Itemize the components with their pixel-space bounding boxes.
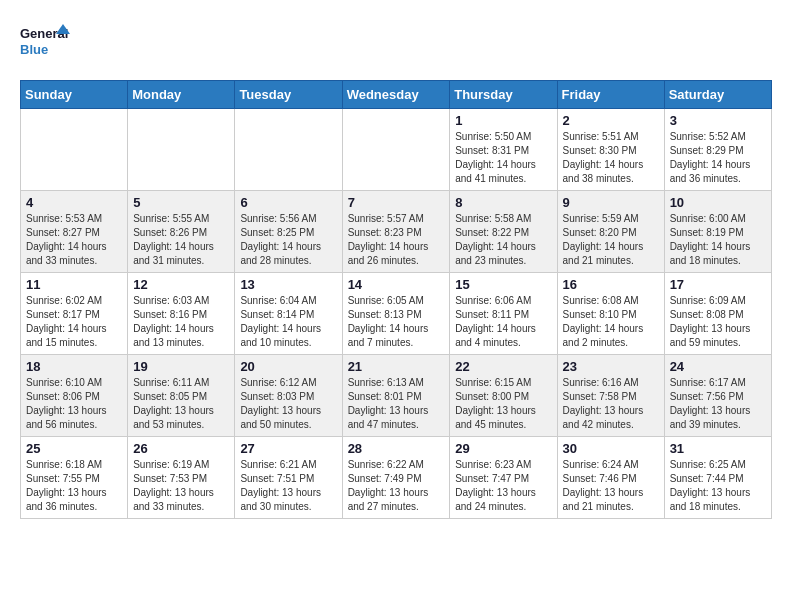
calendar-cell: 18Sunrise: 6:10 AM Sunset: 8:06 PM Dayli… [21, 355, 128, 437]
calendar-cell: 28Sunrise: 6:22 AM Sunset: 7:49 PM Dayli… [342, 437, 450, 519]
day-number: 12 [133, 277, 229, 292]
calendar-cell [21, 109, 128, 191]
day-number: 6 [240, 195, 336, 210]
calendar-cell: 4Sunrise: 5:53 AM Sunset: 8:27 PM Daylig… [21, 191, 128, 273]
day-number: 3 [670, 113, 766, 128]
calendar-cell: 24Sunrise: 6:17 AM Sunset: 7:56 PM Dayli… [664, 355, 771, 437]
day-info: Sunrise: 5:53 AM Sunset: 8:27 PM Dayligh… [26, 212, 122, 268]
calendar-cell: 29Sunrise: 6:23 AM Sunset: 7:47 PM Dayli… [450, 437, 557, 519]
weekday-header-thursday: Thursday [450, 81, 557, 109]
calendar-cell: 13Sunrise: 6:04 AM Sunset: 8:14 PM Dayli… [235, 273, 342, 355]
day-number: 19 [133, 359, 229, 374]
calendar-week-5: 25Sunrise: 6:18 AM Sunset: 7:55 PM Dayli… [21, 437, 772, 519]
calendar-cell: 30Sunrise: 6:24 AM Sunset: 7:46 PM Dayli… [557, 437, 664, 519]
day-info: Sunrise: 6:22 AM Sunset: 7:49 PM Dayligh… [348, 458, 445, 514]
day-info: Sunrise: 6:02 AM Sunset: 8:17 PM Dayligh… [26, 294, 122, 350]
calendar-cell: 17Sunrise: 6:09 AM Sunset: 8:08 PM Dayli… [664, 273, 771, 355]
day-info: Sunrise: 5:51 AM Sunset: 8:30 PM Dayligh… [563, 130, 659, 186]
day-number: 20 [240, 359, 336, 374]
day-number: 14 [348, 277, 445, 292]
calendar-cell: 15Sunrise: 6:06 AM Sunset: 8:11 PM Dayli… [450, 273, 557, 355]
day-info: Sunrise: 6:23 AM Sunset: 7:47 PM Dayligh… [455, 458, 551, 514]
day-info: Sunrise: 6:19 AM Sunset: 7:53 PM Dayligh… [133, 458, 229, 514]
logo-svg: General Blue [20, 20, 70, 64]
calendar-cell: 23Sunrise: 6:16 AM Sunset: 7:58 PM Dayli… [557, 355, 664, 437]
day-number: 5 [133, 195, 229, 210]
day-info: Sunrise: 6:18 AM Sunset: 7:55 PM Dayligh… [26, 458, 122, 514]
day-number: 25 [26, 441, 122, 456]
weekday-header-wednesday: Wednesday [342, 81, 450, 109]
day-number: 13 [240, 277, 336, 292]
calendar-cell: 9Sunrise: 5:59 AM Sunset: 8:20 PM Daylig… [557, 191, 664, 273]
day-number: 9 [563, 195, 659, 210]
weekday-header-sunday: Sunday [21, 81, 128, 109]
day-number: 29 [455, 441, 551, 456]
day-info: Sunrise: 5:57 AM Sunset: 8:23 PM Dayligh… [348, 212, 445, 268]
calendar-week-4: 18Sunrise: 6:10 AM Sunset: 8:06 PM Dayli… [21, 355, 772, 437]
day-number: 18 [26, 359, 122, 374]
calendar-cell: 31Sunrise: 6:25 AM Sunset: 7:44 PM Dayli… [664, 437, 771, 519]
day-info: Sunrise: 6:00 AM Sunset: 8:19 PM Dayligh… [670, 212, 766, 268]
day-number: 28 [348, 441, 445, 456]
day-number: 8 [455, 195, 551, 210]
calendar-cell: 19Sunrise: 6:11 AM Sunset: 8:05 PM Dayli… [128, 355, 235, 437]
calendar-cell: 6Sunrise: 5:56 AM Sunset: 8:25 PM Daylig… [235, 191, 342, 273]
day-info: Sunrise: 6:17 AM Sunset: 7:56 PM Dayligh… [670, 376, 766, 432]
day-info: Sunrise: 6:10 AM Sunset: 8:06 PM Dayligh… [26, 376, 122, 432]
day-number: 27 [240, 441, 336, 456]
calendar-cell: 7Sunrise: 5:57 AM Sunset: 8:23 PM Daylig… [342, 191, 450, 273]
day-number: 16 [563, 277, 659, 292]
day-info: Sunrise: 6:05 AM Sunset: 8:13 PM Dayligh… [348, 294, 445, 350]
calendar-cell [342, 109, 450, 191]
calendar-week-1: 1Sunrise: 5:50 AM Sunset: 8:31 PM Daylig… [21, 109, 772, 191]
calendar-table: SundayMondayTuesdayWednesdayThursdayFrid… [20, 80, 772, 519]
day-number: 31 [670, 441, 766, 456]
page-header: General Blue [20, 20, 772, 64]
calendar-cell [128, 109, 235, 191]
day-number: 15 [455, 277, 551, 292]
calendar-week-2: 4Sunrise: 5:53 AM Sunset: 8:27 PM Daylig… [21, 191, 772, 273]
calendar-cell: 21Sunrise: 6:13 AM Sunset: 8:01 PM Dayli… [342, 355, 450, 437]
calendar-cell: 8Sunrise: 5:58 AM Sunset: 8:22 PM Daylig… [450, 191, 557, 273]
calendar-cell: 26Sunrise: 6:19 AM Sunset: 7:53 PM Dayli… [128, 437, 235, 519]
day-info: Sunrise: 6:08 AM Sunset: 8:10 PM Dayligh… [563, 294, 659, 350]
weekday-header-saturday: Saturday [664, 81, 771, 109]
calendar-cell: 20Sunrise: 6:12 AM Sunset: 8:03 PM Dayli… [235, 355, 342, 437]
day-info: Sunrise: 6:16 AM Sunset: 7:58 PM Dayligh… [563, 376, 659, 432]
day-number: 2 [563, 113, 659, 128]
day-number: 10 [670, 195, 766, 210]
calendar-cell [235, 109, 342, 191]
day-number: 22 [455, 359, 551, 374]
day-info: Sunrise: 6:03 AM Sunset: 8:16 PM Dayligh… [133, 294, 229, 350]
day-number: 26 [133, 441, 229, 456]
calendar-cell: 1Sunrise: 5:50 AM Sunset: 8:31 PM Daylig… [450, 109, 557, 191]
logo: General Blue [20, 20, 70, 64]
calendar-cell: 11Sunrise: 6:02 AM Sunset: 8:17 PM Dayli… [21, 273, 128, 355]
day-number: 4 [26, 195, 122, 210]
day-info: Sunrise: 6:15 AM Sunset: 8:00 PM Dayligh… [455, 376, 551, 432]
weekday-header-row: SundayMondayTuesdayWednesdayThursdayFrid… [21, 81, 772, 109]
day-number: 17 [670, 277, 766, 292]
day-info: Sunrise: 6:21 AM Sunset: 7:51 PM Dayligh… [240, 458, 336, 514]
weekday-header-monday: Monday [128, 81, 235, 109]
day-number: 30 [563, 441, 659, 456]
day-info: Sunrise: 6:13 AM Sunset: 8:01 PM Dayligh… [348, 376, 445, 432]
calendar-cell: 16Sunrise: 6:08 AM Sunset: 8:10 PM Dayli… [557, 273, 664, 355]
day-info: Sunrise: 5:55 AM Sunset: 8:26 PM Dayligh… [133, 212, 229, 268]
day-info: Sunrise: 6:24 AM Sunset: 7:46 PM Dayligh… [563, 458, 659, 514]
calendar-cell: 27Sunrise: 6:21 AM Sunset: 7:51 PM Dayli… [235, 437, 342, 519]
calendar-cell: 22Sunrise: 6:15 AM Sunset: 8:00 PM Dayli… [450, 355, 557, 437]
day-info: Sunrise: 6:25 AM Sunset: 7:44 PM Dayligh… [670, 458, 766, 514]
svg-text:Blue: Blue [20, 42, 48, 57]
day-info: Sunrise: 5:52 AM Sunset: 8:29 PM Dayligh… [670, 130, 766, 186]
day-number: 21 [348, 359, 445, 374]
day-number: 24 [670, 359, 766, 374]
day-info: Sunrise: 6:09 AM Sunset: 8:08 PM Dayligh… [670, 294, 766, 350]
day-info: Sunrise: 6:12 AM Sunset: 8:03 PM Dayligh… [240, 376, 336, 432]
day-info: Sunrise: 6:06 AM Sunset: 8:11 PM Dayligh… [455, 294, 551, 350]
day-info: Sunrise: 5:56 AM Sunset: 8:25 PM Dayligh… [240, 212, 336, 268]
calendar-cell: 14Sunrise: 6:05 AM Sunset: 8:13 PM Dayli… [342, 273, 450, 355]
day-info: Sunrise: 5:58 AM Sunset: 8:22 PM Dayligh… [455, 212, 551, 268]
calendar-week-3: 11Sunrise: 6:02 AM Sunset: 8:17 PM Dayli… [21, 273, 772, 355]
weekday-header-tuesday: Tuesday [235, 81, 342, 109]
